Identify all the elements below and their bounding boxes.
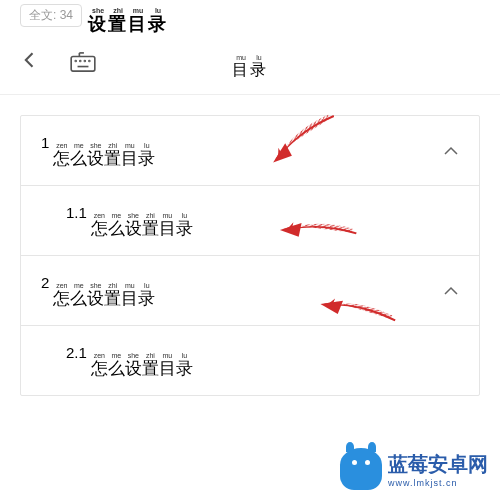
toc-label: 2.1zen怎me么she设zhi置mu目lu录	[66, 344, 193, 377]
toc-label: 1zen怎me么she设zhi置mu目lu录	[41, 134, 155, 167]
top-bar: 全文: 34 she设zhi置mu目lu录	[0, 0, 500, 30]
toc-item[interactable]: 1.1zen怎me么she设zhi置mu目lu录	[21, 186, 479, 256]
back-icon[interactable]	[20, 48, 40, 76]
chevron-up-icon[interactable]	[443, 143, 459, 159]
toc-num: 2	[41, 274, 49, 291]
toc-item[interactable]: 2zen怎me么she设zhi置mu目lu录	[21, 256, 479, 326]
page-title: mu目lu录	[232, 46, 268, 78]
svg-point-4	[80, 61, 81, 62]
doc-title: she设zhi置mu目lu录	[88, 0, 168, 33]
keyboard-icon[interactable]	[70, 52, 96, 72]
chevron-up-icon[interactable]	[443, 283, 459, 299]
toc-label: 2zen怎me么she设zhi置mu目lu录	[41, 274, 155, 307]
svg-point-3	[75, 61, 76, 62]
word-count-badge: 全文: 34	[20, 4, 82, 27]
toc-container: 1zen怎me么she设zhi置mu目lu录1.1zen怎me么she设zhi置…	[0, 95, 500, 416]
svg-rect-0	[71, 57, 95, 72]
watermark: 蓝莓安卓网 www.lmkjst.cn	[340, 448, 488, 490]
toc-num: 2.1	[66, 344, 87, 361]
svg-point-5	[84, 61, 85, 62]
toc-num: 1.1	[66, 204, 87, 221]
header: mu目lu录	[0, 30, 500, 95]
watermark-text: 蓝莓安卓网	[388, 453, 488, 475]
toc-item[interactable]: 2.1zen怎me么she设zhi置mu目lu录	[21, 326, 479, 395]
toc-item[interactable]: 1zen怎me么she设zhi置mu目lu录	[21, 116, 479, 186]
toc-num: 1	[41, 134, 49, 151]
watermark-logo-icon	[340, 448, 382, 490]
toc-list: 1zen怎me么she设zhi置mu目lu录1.1zen怎me么she设zhi置…	[20, 115, 480, 396]
watermark-sub: www.lmkjst.cn	[388, 478, 488, 488]
svg-point-6	[89, 61, 90, 62]
toc-label: 1.1zen怎me么she设zhi置mu目lu录	[66, 204, 193, 237]
